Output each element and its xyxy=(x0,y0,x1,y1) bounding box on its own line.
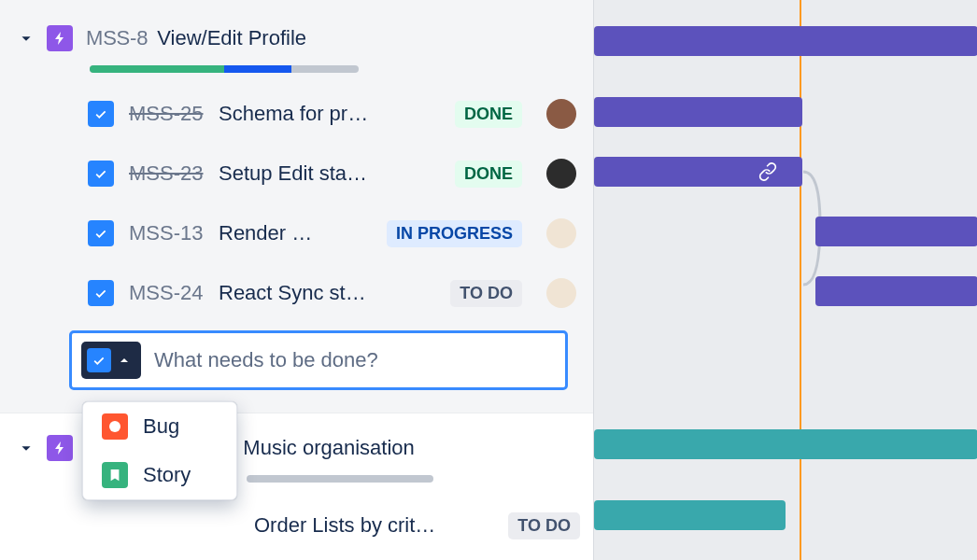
status-badge[interactable]: TO DO xyxy=(450,280,522,307)
assignee-avatar[interactable] xyxy=(546,218,576,248)
assignee-avatar[interactable] xyxy=(546,159,576,189)
epic-row[interactable]: MSS-8 View/Edit Profile xyxy=(0,17,593,60)
status-badge[interactable]: IN PROGRESS xyxy=(387,220,522,247)
timeline-bar[interactable] xyxy=(594,429,977,459)
issue-key[interactable]: MSS-24 xyxy=(129,281,211,305)
issue-title[interactable]: Setup Edit sta… xyxy=(219,161,367,186)
story-icon xyxy=(102,462,128,488)
issue-key[interactable]: MSS-23 xyxy=(129,161,211,186)
timeline-panel[interactable] xyxy=(593,0,977,560)
task-icon xyxy=(88,280,114,306)
timeline-bar[interactable] xyxy=(815,217,977,246)
epic-icon xyxy=(47,25,73,51)
chevron-down-icon[interactable] xyxy=(15,437,37,459)
issue-row[interactable]: MSS-25 Schema for pr… DONE xyxy=(0,84,593,144)
issue-row[interactable]: Order Lists by crit… TO DO xyxy=(0,496,593,555)
issue-list-panel: MSS-8 View/Edit Profile MSS-25 Schema fo… xyxy=(0,0,593,560)
issue-title[interactable]: Schema for pr… xyxy=(219,102,368,126)
assignee-avatar[interactable] xyxy=(546,99,576,129)
chevron-up-icon xyxy=(117,353,132,368)
timeline-bar[interactable] xyxy=(594,157,802,187)
dropdown-item-bug[interactable]: Bug xyxy=(83,402,236,451)
issue-row[interactable]: MSS-24 React Sync st… TO DO xyxy=(0,263,593,323)
timeline-bar[interactable] xyxy=(594,97,802,127)
timeline-bar[interactable] xyxy=(594,26,977,56)
task-icon xyxy=(88,220,114,246)
issue-title[interactable]: Render … xyxy=(219,221,312,245)
epic-progress xyxy=(90,65,359,73)
epic-title[interactable]: p Music organisation xyxy=(226,436,415,460)
timeline-bar[interactable] xyxy=(594,500,786,530)
issue-type-selector[interactable] xyxy=(81,342,141,379)
issue-title[interactable]: Order Lists by crit… xyxy=(254,513,435,538)
dropdown-label: Bug xyxy=(143,414,179,439)
assignee-avatar[interactable] xyxy=(546,278,576,308)
issue-type-dropdown: Bug Story xyxy=(82,401,237,500)
issue-key[interactable]: MSS-25 xyxy=(129,102,211,126)
issue-key[interactable]: MSS-13 xyxy=(129,221,211,245)
task-icon xyxy=(88,101,114,127)
chevron-down-icon[interactable] xyxy=(15,27,37,49)
epic-title[interactable]: View/Edit Profile xyxy=(157,26,306,50)
epic-icon xyxy=(47,435,73,461)
create-placeholder: What needs to be done? xyxy=(154,348,378,372)
issue-row[interactable]: MSS-23 Setup Edit sta… DONE xyxy=(0,144,593,203)
timeline-bar[interactable] xyxy=(815,276,977,306)
status-badge[interactable]: DONE xyxy=(455,101,522,128)
create-issue-input[interactable]: What needs to be done? xyxy=(69,330,568,390)
epic-key[interactable]: MSS-8 xyxy=(86,26,148,50)
dropdown-label: Story xyxy=(143,463,191,487)
issue-title[interactable]: React Sync st… xyxy=(219,281,366,305)
issue-row[interactable]: MSS-13 Render … IN PROGRESS xyxy=(0,203,593,263)
task-icon xyxy=(87,348,111,372)
status-badge[interactable]: DONE xyxy=(455,161,522,188)
bug-icon xyxy=(102,413,128,440)
dropdown-item-story[interactable]: Story xyxy=(83,451,236,499)
link-icon xyxy=(758,162,777,181)
task-icon xyxy=(88,161,114,187)
status-badge[interactable]: TO DO xyxy=(508,512,580,539)
epic-progress xyxy=(247,475,433,483)
